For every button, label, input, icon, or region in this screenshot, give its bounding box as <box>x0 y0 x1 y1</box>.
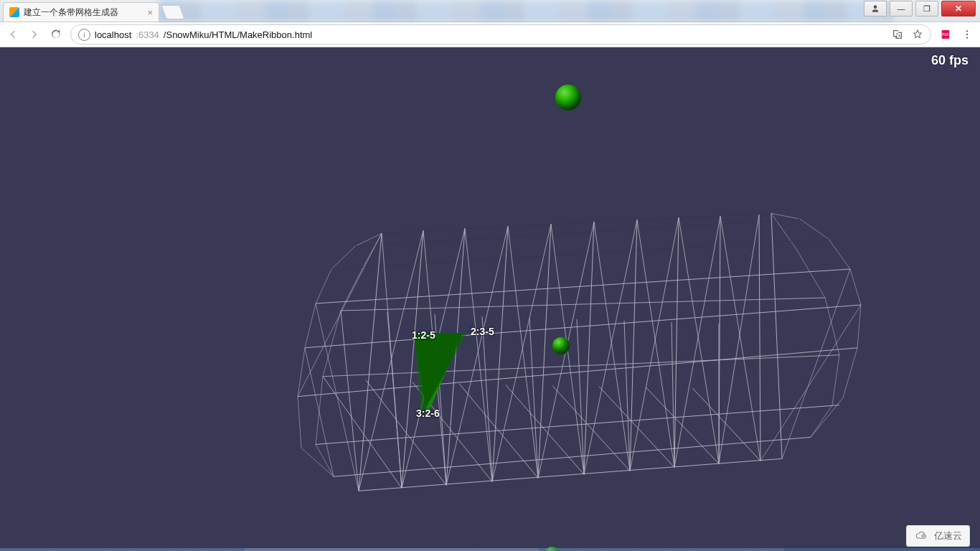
svg-line-17 <box>771 213 782 458</box>
close-tab-icon[interactable]: × <box>147 8 153 17</box>
svg-line-13 <box>630 220 637 471</box>
marker-sphere-center <box>552 337 570 354</box>
minimize-button[interactable]: — <box>890 1 913 17</box>
site-info-icon[interactable]: i <box>78 29 90 41</box>
vertex-label: 1:2-5 <box>412 329 435 341</box>
url-path: /SnowMiku/HTML/MakeRibbon.html <box>164 29 312 40</box>
url-host: localhost <box>95 29 131 40</box>
cube-icon <box>9 7 19 17</box>
watermark-text: 亿速云 <box>934 529 962 542</box>
svg-line-7 <box>359 233 382 491</box>
marker-sphere-top <box>555 85 581 110</box>
arrow-right-icon <box>29 29 40 40</box>
svg-line-16 <box>759 215 760 461</box>
svg-point-18 <box>922 534 924 537</box>
close-window-button[interactable]: ✕ <box>941 1 976 17</box>
svg-point-2 <box>966 30 968 32</box>
maximize-icon: ❐ <box>923 4 930 14</box>
vertex-label: 2:3-5 <box>471 326 494 337</box>
selected-face-triangle <box>414 333 470 416</box>
taskbar-sliver <box>0 548 980 551</box>
reload-icon <box>50 29 62 40</box>
svg-text:PDF: PDF <box>942 33 948 37</box>
reload-button[interactable] <box>49 27 63 42</box>
aero-glass <box>158 0 894 22</box>
url-port: :6334 <box>136 29 159 40</box>
star-icon[interactable] <box>912 29 923 40</box>
browser-window: 建立一个条带网格生成器 × — ❐ ✕ i localhost:6334/Sno… <box>0 0 980 551</box>
toolbar: i localhost:6334/SnowMiku/HTML/MakeRibbo… <box>0 22 980 47</box>
back-button[interactable] <box>6 27 20 42</box>
svg-line-10 <box>492 226 508 481</box>
scene-root: 1:2-5 2:3-5 3:2-6 <box>0 47 980 551</box>
wireframe-mesh <box>0 47 980 551</box>
address-actions <box>892 29 923 40</box>
window-controls: — ❐ ✕ <box>864 1 976 17</box>
kebab-menu-icon[interactable] <box>960 27 974 42</box>
address-bar[interactable]: i localhost:6334/SnowMiku/HTML/MakeRibbo… <box>70 24 931 44</box>
svg-line-14 <box>674 217 679 467</box>
browser-tab[interactable]: 建立一个条带网格生成器 × <box>3 2 159 22</box>
vertex-label: 3:2-6 <box>416 408 440 419</box>
svg-point-3 <box>966 34 968 35</box>
webgl-viewport[interactable]: 60 fps <box>0 47 980 551</box>
close-icon: ✕ <box>955 4 962 14</box>
translate-icon[interactable] <box>892 29 903 40</box>
save-pdf-icon[interactable]: PDF <box>938 27 953 42</box>
user-icon <box>870 4 880 14</box>
tab-title: 建立一个条带网格生成器 <box>24 6 143 19</box>
profile-button[interactable] <box>864 1 887 17</box>
arrow-left-icon <box>7 29 19 40</box>
minimize-icon: — <box>897 4 905 13</box>
forward-button[interactable] <box>27 27 42 42</box>
maximize-button[interactable]: ❐ <box>915 1 938 17</box>
svg-line-11 <box>538 224 551 478</box>
watermark-badge: 亿速云 <box>906 525 970 547</box>
cloud-icon <box>914 530 930 542</box>
titlebar: 建立一个条带网格生成器 × — ❐ ✕ <box>0 0 980 22</box>
svg-point-4 <box>966 37 968 38</box>
